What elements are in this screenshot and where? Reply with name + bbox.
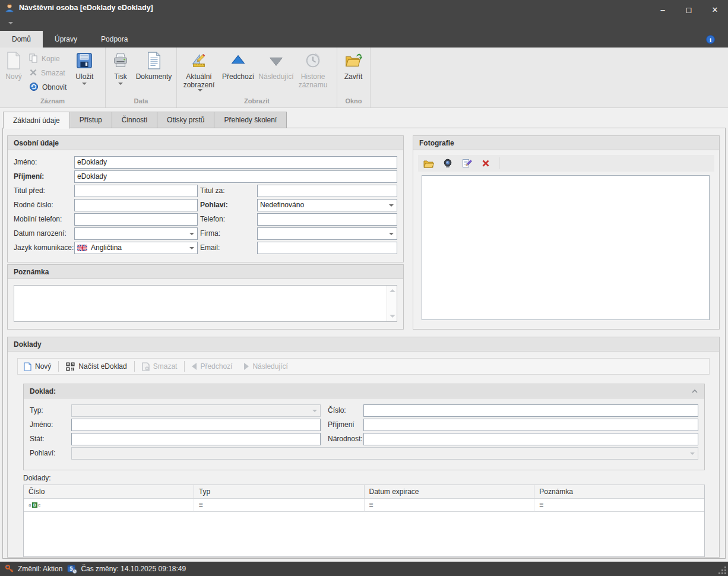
edit-icon bbox=[462, 159, 472, 168]
doc-prijmeni-field bbox=[363, 419, 698, 431]
right-triangle-icon bbox=[244, 363, 249, 370]
ribbon-group-zobrazit: Aktuální zobrazení Předchozí Následující… bbox=[177, 48, 337, 107]
calendar-clock-icon: 5 bbox=[67, 564, 77, 574]
note-textarea[interactable] bbox=[14, 285, 397, 322]
delete-button: Smazat bbox=[26, 66, 69, 80]
save-dropdown-icon[interactable] bbox=[82, 83, 87, 87]
chevron-down-icon bbox=[690, 452, 695, 457]
doc-typ-label: Typ: bbox=[30, 406, 71, 414]
filter-cell-cislo[interactable]: aBc bbox=[24, 499, 194, 512]
ribbon-tab-podpora[interactable]: Podpora bbox=[89, 31, 140, 48]
ribbon-group-zaznam: Nový Kopie Smazat Obnovit bbox=[0, 48, 106, 107]
column-header-datum-expirace[interactable]: Datum expirace bbox=[365, 485, 535, 499]
mobil-field[interactable] bbox=[74, 213, 198, 226]
edit-photo-button[interactable] bbox=[461, 157, 473, 169]
jazyk-select[interactable]: Angličtina bbox=[74, 242, 198, 254]
prijmeni-label: Příjmení: bbox=[14, 172, 74, 181]
collapse-chevron-icon[interactable] bbox=[691, 389, 698, 394]
tab-prehledy-skoleni[interactable]: Přehledy školení bbox=[214, 112, 287, 128]
doc-jmeno-label: Jméno: bbox=[30, 420, 71, 429]
chevron-down-icon bbox=[312, 410, 317, 414]
ribbon-tab-domu[interactable]: Domů bbox=[0, 31, 43, 48]
record-history-button: Historie záznamu bbox=[296, 48, 330, 96]
rodne-cislo-field[interactable] bbox=[74, 199, 198, 211]
save-button[interactable]: Uložit bbox=[69, 48, 99, 96]
tab-otisky-prstu[interactable]: Otisky prstů bbox=[157, 112, 214, 128]
open-photo-button[interactable] bbox=[423, 157, 435, 169]
doc-typ-select bbox=[71, 404, 321, 417]
print-button[interactable]: Tisk bbox=[107, 48, 134, 96]
changed-time-item: 5 Čas změny: 14.10.2025 09:18:49 bbox=[67, 564, 186, 574]
documents-group: Doklady Nový Načíst eDoklad Smazat Předc… bbox=[7, 337, 720, 558]
toolbar-separator bbox=[58, 361, 59, 372]
info-icon[interactable]: i bbox=[706, 35, 715, 44]
doc-cislo-label: Číslo: bbox=[321, 406, 363, 414]
photo-preview bbox=[422, 175, 710, 320]
filter-cell-datum[interactable]: = bbox=[365, 499, 535, 512]
content-area: Základní údaje Přístup Činnosti Otisky p… bbox=[0, 108, 728, 561]
email-field[interactable] bbox=[257, 242, 397, 254]
titul-pred-field[interactable] bbox=[74, 185, 198, 197]
filter-cell-poznamka[interactable]: = bbox=[534, 499, 704, 512]
documents-group-header: Doklady bbox=[8, 337, 719, 352]
equals-filter-icon: = bbox=[369, 501, 374, 509]
resize-grip[interactable] bbox=[718, 566, 726, 574]
filter-cell-typ[interactable]: = bbox=[194, 499, 365, 512]
doc-cislo-field bbox=[363, 404, 698, 417]
prijmeni-field[interactable] bbox=[74, 170, 397, 183]
group-label-data: Data bbox=[107, 96, 175, 107]
webcam-capture-button[interactable] bbox=[442, 157, 454, 169]
document-icon bbox=[144, 51, 163, 70]
ribbon-group-okno: Zavřít Okno bbox=[337, 48, 371, 107]
column-header-typ[interactable]: Typ bbox=[194, 485, 365, 499]
status-bar: Změnil: Aktion 5 Čas změny: 14.10.2025 0… bbox=[0, 561, 728, 576]
datum-narozeni-label: Datum narození: bbox=[14, 229, 74, 238]
doc-load-edoklad-button[interactable]: Načíst eDoklad bbox=[60, 359, 132, 374]
rodne-cislo-label: Rodné číslo: bbox=[14, 201, 74, 209]
refresh-button[interactable]: Obnovit bbox=[26, 80, 69, 94]
doc-next-button: Následující bbox=[238, 359, 293, 374]
quick-access-dropdown-icon[interactable] bbox=[8, 22, 13, 27]
documents-table: Číslo Typ Datum expirace Poznámka aBc = … bbox=[23, 485, 705, 557]
key-icon bbox=[5, 564, 14, 574]
column-header-poznamka[interactable]: Poznámka bbox=[534, 485, 704, 499]
current-view-button[interactable]: Aktuální zobrazení bbox=[178, 48, 220, 96]
toolbar-separator bbox=[134, 361, 135, 372]
changed-by-text: Změnil: Aktion bbox=[18, 565, 62, 573]
toolbar-separator bbox=[184, 361, 185, 372]
person-icon bbox=[5, 3, 14, 12]
titul-za-field[interactable] bbox=[257, 185, 397, 197]
group-label-zaznam: Záznam bbox=[1, 96, 104, 107]
up-triangle-icon bbox=[229, 51, 248, 70]
datum-narozeni-select[interactable] bbox=[74, 227, 198, 240]
save-floppy-icon bbox=[75, 51, 94, 70]
mobil-label: Mobilní telefon: bbox=[14, 215, 74, 223]
chevron-down-icon bbox=[389, 233, 394, 238]
printer-icon bbox=[111, 51, 130, 70]
clock-icon bbox=[303, 51, 322, 70]
scroll-up-icon[interactable] bbox=[390, 289, 395, 292]
print-dropdown-icon[interactable] bbox=[118, 83, 123, 87]
table-filter-row: aBc = = = bbox=[24, 499, 704, 512]
current-view-dropdown-icon[interactable] bbox=[198, 89, 202, 94]
tab-pristup[interactable]: Přístup bbox=[70, 112, 112, 128]
previous-button[interactable]: Předchozí bbox=[220, 48, 257, 96]
telefon-field[interactable] bbox=[257, 213, 397, 226]
tab-zakladni-udaje[interactable]: Základní údaje bbox=[3, 112, 70, 129]
column-header-cislo[interactable]: Číslo bbox=[24, 485, 194, 499]
page-tabs: Základní údaje Přístup Činnosti Otisky p… bbox=[3, 112, 287, 129]
table-body-empty[interactable] bbox=[24, 512, 704, 556]
close-folder-icon bbox=[344, 51, 363, 70]
scroll-down-icon[interactable] bbox=[390, 315, 395, 318]
ribbon-tab-upravy[interactable]: Úpravy bbox=[43, 31, 89, 48]
quick-access-toolbar bbox=[0, 15, 728, 31]
firma-select[interactable] bbox=[257, 227, 397, 240]
pohlavi-select[interactable]: Nedefinováno bbox=[257, 199, 397, 211]
note-scrollbar[interactable] bbox=[387, 286, 397, 321]
close-window-button[interactable]: Zavřít bbox=[338, 48, 368, 96]
tab-cinnosti[interactable]: Činnosti bbox=[112, 112, 157, 128]
delete-photo-button[interactable] bbox=[480, 157, 492, 169]
doc-new-button[interactable]: Nový bbox=[18, 359, 57, 374]
documents-button[interactable]: Dokumenty bbox=[134, 48, 173, 96]
jmeno-field[interactable] bbox=[74, 156, 397, 169]
